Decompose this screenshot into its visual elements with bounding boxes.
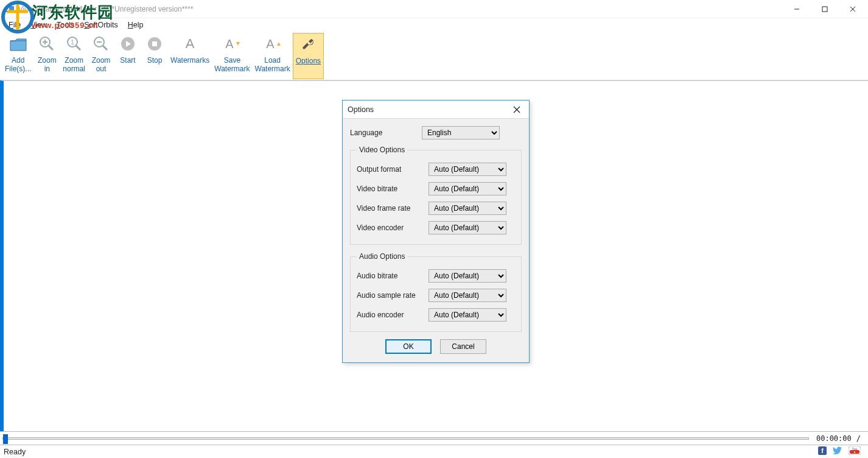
stop-button[interactable]: Stop	[141, 33, 168, 79]
toolbar-label: Zoom out	[92, 56, 111, 73]
toolbar-label: Save Watermark	[214, 56, 250, 73]
video-framerate-select[interactable]: Auto (Default)	[429, 202, 506, 215]
video-encoder-select[interactable]: Auto (Default)	[429, 221, 506, 234]
zoom-normal-icon: 1	[65, 34, 84, 54]
dialog-titlebar[interactable]: Options	[343, 100, 529, 119]
maximize-button[interactable]	[811, 0, 839, 18]
status-bar: Ready f You	[0, 445, 868, 458]
toolbar-label: Zoom normal	[63, 56, 85, 73]
video-framerate-label: Video frame rate	[357, 204, 429, 213]
video-options-group: Video Options Output formatAuto (Default…	[350, 146, 522, 245]
facebook-icon[interactable]: f	[818, 446, 827, 457]
video-encoder-label: Video encoder	[357, 224, 429, 232]
toolbar: Add File(s)... Zoom in 1 Zoom normal Zoo…	[0, 32, 868, 80]
timeline-thumb[interactable]	[3, 434, 8, 444]
audio-encoder-label: Audio encoder	[357, 311, 429, 319]
window-title: Video Watermark Maker - ****Unregistered…	[18, 5, 783, 13]
menu-view[interactable]: View	[26, 19, 52, 30]
toolbar-label: Add File(s)...	[5, 56, 31, 73]
svg-rect-3	[822, 7, 827, 12]
add-files-button[interactable]: Add File(s)...	[2, 33, 33, 79]
svg-text:A: A	[226, 37, 234, 51]
start-button[interactable]: Start	[114, 33, 141, 79]
close-button[interactable]	[839, 0, 867, 18]
options-button[interactable]: Options	[293, 33, 324, 79]
letter-a-up-icon: A	[263, 34, 282, 54]
ok-button[interactable]: OK	[385, 339, 432, 354]
language-label: Language	[350, 129, 422, 137]
watermarks-button[interactable]: A Watermarks	[168, 33, 212, 79]
current-time: 00:00:00	[816, 434, 852, 443]
app-icon	[5, 4, 15, 14]
menu-softorbits[interactable]: SoftOrbits	[79, 19, 123, 30]
zoom-normal-button[interactable]: 1 Zoom normal	[60, 33, 88, 79]
zoom-in-button[interactable]: Zoom in	[33, 33, 60, 79]
social-links: f You	[818, 446, 864, 457]
menu-file[interactable]: File	[4, 19, 26, 30]
audio-encoder-select[interactable]: Auto (Default)	[429, 308, 506, 322]
options-dialog: Options Language English Video Options O…	[342, 100, 530, 363]
dialog-close-button[interactable]	[509, 102, 524, 117]
toolbar-label: Watermarks	[170, 56, 209, 65]
time-separator: /	[856, 434, 861, 443]
svg-text:A: A	[186, 36, 195, 51]
video-bitrate-select[interactable]: Auto (Default)	[429, 182, 506, 196]
audio-samplerate-label: Audio sample rate	[357, 291, 429, 300]
zoom-in-icon	[37, 34, 57, 54]
folder-icon	[9, 34, 28, 54]
video-bitrate-label: Video bitrate	[357, 185, 429, 193]
output-format-select[interactable]: Auto (Default)	[429, 163, 506, 176]
minimize-button[interactable]	[783, 0, 811, 18]
svg-rect-1	[7, 7, 9, 11]
zoom-out-button[interactable]: Zoom out	[88, 33, 114, 79]
svg-line-12	[76, 46, 80, 50]
svg-marker-23	[236, 42, 240, 46]
status-text: Ready	[4, 448, 26, 456]
svg-rect-20	[152, 41, 157, 46]
toolbar-label: Start	[120, 56, 135, 65]
audio-samplerate-select[interactable]: Auto (Default)	[429, 289, 506, 302]
letter-a-icon: A	[180, 34, 200, 54]
dialog-body: Language English Video Options Output fo…	[343, 119, 529, 362]
save-watermark-button[interactable]: A Save Watermark	[212, 33, 252, 79]
toolbar-label: Options	[296, 57, 321, 65]
toolbar-label: Stop	[147, 56, 163, 65]
letter-a-down-icon: A	[222, 34, 242, 54]
titlebar: Video Watermark Maker - ****Unregistered…	[0, 0, 868, 18]
zoom-out-icon	[91, 34, 111, 54]
audio-group-label: Audio Options	[357, 252, 407, 261]
svg-text:You: You	[852, 447, 858, 451]
output-format-label: Output format	[357, 165, 429, 174]
toolbar-label: Load Watermark	[255, 56, 290, 73]
audio-bitrate-label: Audio bitrate	[357, 272, 429, 280]
stop-icon	[145, 34, 164, 54]
play-icon	[118, 34, 138, 54]
svg-marker-25	[277, 42, 281, 46]
cancel-button[interactable]: Cancel	[440, 339, 486, 354]
timeline-track[interactable]	[2, 437, 809, 440]
language-select[interactable]: English	[422, 126, 500, 139]
svg-text:1: 1	[71, 39, 74, 46]
menubar: File View Tools SoftOrbits Help	[0, 18, 868, 32]
wrench-icon	[298, 35, 318, 54]
menu-help[interactable]: Help	[123, 19, 149, 30]
svg-line-8	[49, 46, 53, 50]
svg-text:f: f	[821, 447, 824, 454]
menu-tools[interactable]: Tools	[52, 19, 79, 30]
svg-line-15	[103, 46, 107, 50]
video-group-label: Video Options	[357, 146, 407, 154]
timeline-bar: 00:00:00 /	[0, 431, 868, 445]
toolbar-label: Zoom in	[38, 56, 57, 73]
dialog-title: Options	[348, 105, 374, 114]
twitter-icon[interactable]	[833, 446, 842, 457]
load-watermark-button[interactable]: A Load Watermark	[253, 33, 293, 79]
youtube-icon[interactable]: You	[849, 446, 861, 457]
svg-text:A: A	[266, 37, 275, 51]
audio-bitrate-select[interactable]: Auto (Default)	[429, 269, 506, 283]
audio-options-group: Audio Options Audio bitrateAuto (Default…	[350, 252, 522, 332]
